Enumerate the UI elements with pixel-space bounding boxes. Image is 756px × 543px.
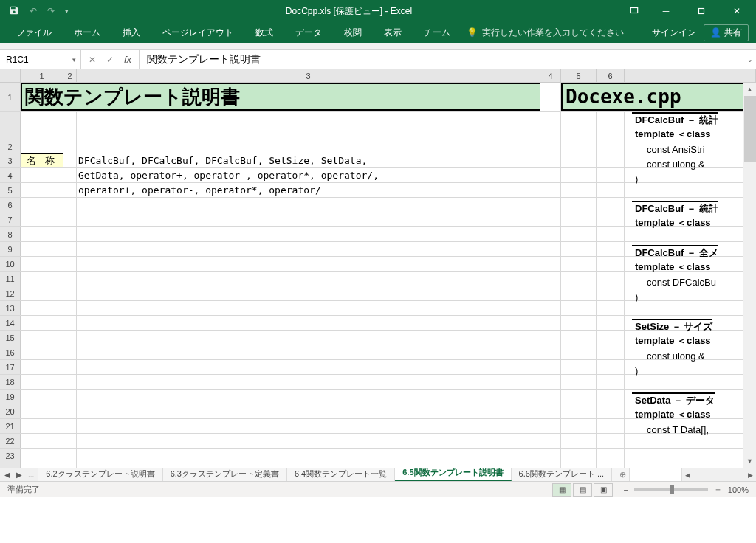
cell[interactable] bbox=[561, 168, 597, 182]
cell[interactable] bbox=[21, 168, 63, 182]
row-header[interactable]: 10 bbox=[0, 257, 21, 271]
cell[interactable] bbox=[77, 286, 540, 300]
cell[interactable] bbox=[540, 360, 561, 374]
cell[interactable] bbox=[77, 434, 540, 448]
cell[interactable] bbox=[561, 153, 597, 167]
grid-body[interactable]: 1 関数テンプレート説明書 Docexe.cpp 2 3 名 称 DFCalcB… bbox=[0, 83, 756, 468]
cell[interactable] bbox=[597, 375, 625, 389]
cell[interactable] bbox=[561, 316, 597, 330]
row-header[interactable]: 9 bbox=[0, 242, 21, 256]
row-header[interactable]: 1 bbox=[0, 83, 21, 111]
cell[interactable] bbox=[540, 331, 561, 345]
cell[interactable] bbox=[561, 242, 597, 256]
cell[interactable] bbox=[561, 360, 597, 374]
close-button[interactable]: ✕ bbox=[721, 0, 753, 22]
cell[interactable] bbox=[77, 390, 540, 404]
cell[interactable] bbox=[21, 227, 63, 241]
cell[interactable] bbox=[21, 390, 63, 404]
cell[interactable] bbox=[597, 212, 625, 226]
row-header[interactable]: 14 bbox=[0, 316, 21, 330]
row-header[interactable]: 11 bbox=[0, 272, 21, 286]
tab-home[interactable]: ホーム bbox=[63, 24, 111, 41]
cell[interactable] bbox=[77, 212, 540, 226]
cell[interactable] bbox=[540, 112, 561, 153]
cell[interactable] bbox=[21, 316, 63, 330]
cell[interactable] bbox=[597, 345, 625, 359]
label-name-cell[interactable]: 名 称 bbox=[21, 153, 63, 167]
row-header[interactable]: 24 bbox=[0, 463, 21, 468]
cell[interactable] bbox=[77, 419, 540, 433]
redo-icon[interactable]: ↷ bbox=[47, 6, 55, 16]
cell[interactable]: operator+, operator-, operator*, operato… bbox=[77, 183, 540, 197]
tab-formulas[interactable]: 数式 bbox=[245, 24, 284, 41]
col-header[interactable]: 4 bbox=[540, 69, 561, 82]
tab-file[interactable]: ファイル bbox=[6, 24, 62, 41]
save-icon[interactable] bbox=[9, 5, 19, 18]
sheet-nav[interactable]: ◀ ▶ ... bbox=[0, 468, 38, 481]
cell[interactable] bbox=[540, 153, 561, 167]
row-header[interactable]: 12 bbox=[0, 286, 21, 300]
cell[interactable] bbox=[540, 419, 561, 433]
cell[interactable] bbox=[77, 242, 540, 256]
sheet-nav-prev-icon[interactable]: ▶ bbox=[16, 471, 22, 479]
col-header[interactable]: 6 bbox=[597, 69, 625, 82]
scroll-thumb[interactable] bbox=[744, 96, 756, 162]
cell[interactable] bbox=[540, 272, 561, 286]
cell[interactable] bbox=[561, 449, 597, 463]
cell[interactable] bbox=[597, 331, 625, 345]
cell[interactable] bbox=[63, 272, 77, 286]
cell[interactable] bbox=[21, 301, 63, 315]
row-header[interactable]: 3 bbox=[0, 153, 21, 167]
cell[interactable] bbox=[540, 375, 561, 389]
cell[interactable] bbox=[77, 198, 540, 212]
horizontal-scrollbar[interactable]: ◀ ▶ bbox=[682, 468, 756, 481]
cell[interactable] bbox=[77, 316, 540, 330]
cell[interactable] bbox=[540, 404, 561, 418]
cell[interactable] bbox=[561, 301, 597, 315]
row-header[interactable]: 13 bbox=[0, 301, 21, 315]
row-header[interactable]: 20 bbox=[0, 404, 21, 418]
cell[interactable] bbox=[597, 183, 625, 197]
cell[interactable] bbox=[561, 419, 597, 433]
cell[interactable] bbox=[561, 112, 597, 153]
cancel-icon[interactable]: ✕ bbox=[89, 55, 96, 65]
cell[interactable] bbox=[21, 112, 63, 153]
cell[interactable] bbox=[21, 183, 63, 197]
cell[interactable] bbox=[21, 242, 63, 256]
cell[interactable] bbox=[540, 286, 561, 300]
row-header[interactable]: 6 bbox=[0, 198, 21, 212]
row-header[interactable]: 16 bbox=[0, 345, 21, 359]
cell[interactable] bbox=[21, 212, 63, 226]
tab-view[interactable]: 表示 bbox=[374, 24, 412, 41]
cell[interactable] bbox=[540, 242, 561, 256]
cell[interactable] bbox=[63, 375, 77, 389]
sheet-tab[interactable]: 6.3クラステンプレート定義書 bbox=[163, 468, 287, 481]
cell[interactable] bbox=[77, 404, 540, 418]
col-header-rest[interactable] bbox=[625, 69, 756, 82]
cell[interactable] bbox=[63, 168, 77, 182]
row-header[interactable]: 8 bbox=[0, 227, 21, 241]
row-header[interactable]: 7 bbox=[0, 212, 21, 226]
cell[interactable] bbox=[63, 227, 77, 241]
row-header[interactable]: 15 bbox=[0, 331, 21, 345]
cell[interactable] bbox=[597, 112, 625, 153]
title-cell-left[interactable]: 関数テンプレート説明書 bbox=[21, 83, 540, 111]
cell[interactable] bbox=[63, 463, 77, 468]
row-header[interactable]: 18 bbox=[0, 375, 21, 389]
tab-data[interactable]: データ bbox=[285, 24, 332, 41]
cell[interactable] bbox=[561, 434, 597, 448]
scroll-down-icon[interactable]: ▼ bbox=[743, 454, 756, 468]
row-header[interactable]: 2 bbox=[0, 112, 21, 153]
signin-link[interactable]: サインイン bbox=[652, 27, 696, 39]
view-pagebreak-icon[interactable]: ▣ bbox=[594, 483, 613, 497]
cell[interactable] bbox=[561, 404, 597, 418]
cell[interactable] bbox=[540, 449, 561, 463]
row-header[interactable]: 19 bbox=[0, 390, 21, 404]
cell[interactable] bbox=[63, 345, 77, 359]
cell[interactable] bbox=[77, 112, 540, 153]
col-header[interactable]: 1 bbox=[21, 69, 63, 82]
cell[interactable] bbox=[77, 301, 540, 315]
add-sheet-button[interactable]: ⊕ bbox=[612, 468, 630, 481]
cell[interactable] bbox=[561, 286, 597, 300]
enter-icon[interactable]: ✓ bbox=[106, 55, 114, 65]
